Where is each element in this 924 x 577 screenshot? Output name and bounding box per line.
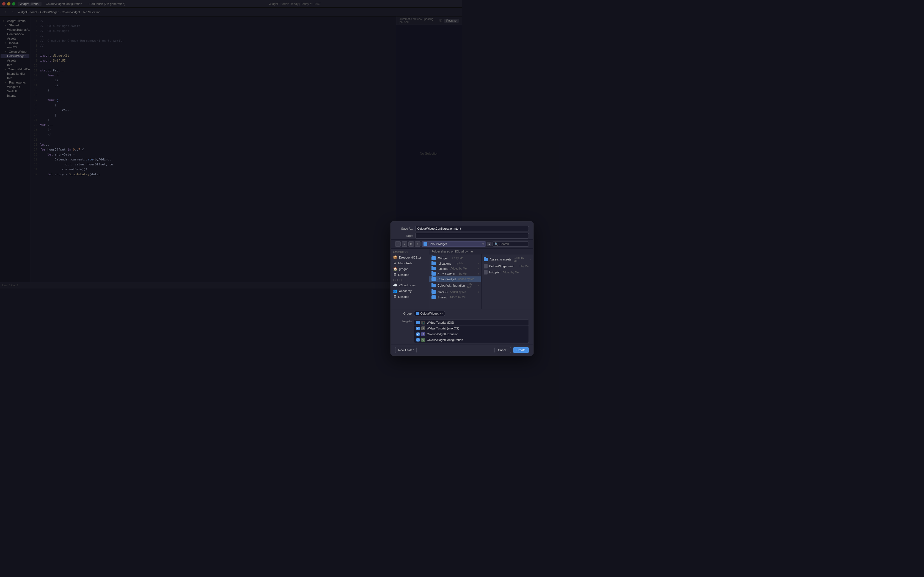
save-as-label: Save As: <box>395 227 413 230</box>
home-icon: 🏠 <box>393 267 397 271</box>
forward-nav-button[interactable]: › <box>402 241 407 247</box>
favorites-header: Favorites <box>391 250 429 255</box>
save-as-row: Save As: <box>391 225 462 232</box>
sidebar-dropbox[interactable]: 📦 Dropbox (iOS...) <box>391 255 429 260</box>
dialog-sidebar: Favorites 📦 Dropbox (iOS...) 🖥 Macintosh… <box>391 249 429 288</box>
sidebar-academy[interactable]: 👥 Academy <box>391 288 429 288</box>
grid-view-button[interactable]: ⊞ <box>409 241 414 247</box>
folder-icon <box>431 261 436 265</box>
file-column-left: iWidget ...ed by Me ...fications ...by M… <box>429 255 462 288</box>
file-item-swiftui[interactable]: p...to SwiftUI ...by Me › <box>429 271 462 276</box>
folder-icon <box>431 256 436 260</box>
file-item-colourwidget[interactable]: ColourWidget Added by Me <box>429 276 462 282</box>
sidebar-gregor[interactable]: 🏠 gregor <box>391 266 429 272</box>
dropbox-icon: 📦 <box>393 255 397 259</box>
list-view-button[interactable]: ≡ <box>415 241 420 247</box>
tags-row: Tags: <box>391 232 462 239</box>
save-dialog: Save As: Tags: ‹ › ⊞ ≡ ColourWidget ▾ ▲ … <box>391 221 462 288</box>
file-area: Folder shared on iCloud by me iWidget ..… <box>429 249 462 288</box>
file-item-iwidget[interactable]: iWidget ...ed by Me <box>429 256 462 261</box>
location-dropdown[interactable]: ColourWidget ▾ <box>422 241 462 247</box>
save-as-input[interactable] <box>415 226 462 231</box>
dialog-toolbar: ‹ › ⊞ ≡ ColourWidget ▾ ▲ 🔍 <box>391 239 462 249</box>
icloud-icon: ☁️ <box>393 283 397 287</box>
folder-icon <box>431 284 436 287</box>
cloud-section-header: Folder shared on iCloud by me <box>429 249 462 255</box>
dialog-browser: Favorites 📦 Dropbox (iOS...) 🖥 Macintosh… <box>391 249 462 288</box>
folder-icon <box>431 272 436 276</box>
sidebar-icloud-drive[interactable]: ☁️ iCloud Drive <box>391 282 429 288</box>
file-item-fications[interactable]: ...fications ...by Me › <box>429 261 462 266</box>
tags-input[interactable] <box>415 233 462 239</box>
tags-label: Tags: <box>395 234 413 237</box>
file-item-colourwiconfig[interactable]: ColourWi...figuration ...by Me › <box>429 282 462 288</box>
file-item-tutorial[interactable]: ...utorial Added by Me › <box>429 266 462 271</box>
icloud-header: iCloud <box>391 277 429 282</box>
folder-icon <box>423 242 427 246</box>
macintosh-icon: 🖥 <box>393 261 397 265</box>
sidebar-desktop-fav[interactable]: 🖥 Desktop <box>391 272 429 277</box>
dialog-overlay: Save As: Tags: ‹ › ⊞ ≡ ColourWidget ▾ ▲ … <box>0 0 462 288</box>
folder-icon <box>431 277 436 281</box>
folder-icon <box>431 267 436 270</box>
desktop-icon: 🖥 <box>393 272 397 277</box>
back-nav-button[interactable]: ‹ <box>395 241 401 247</box>
sidebar-macintosh[interactable]: 🖥 Macintosh <box>391 260 429 266</box>
